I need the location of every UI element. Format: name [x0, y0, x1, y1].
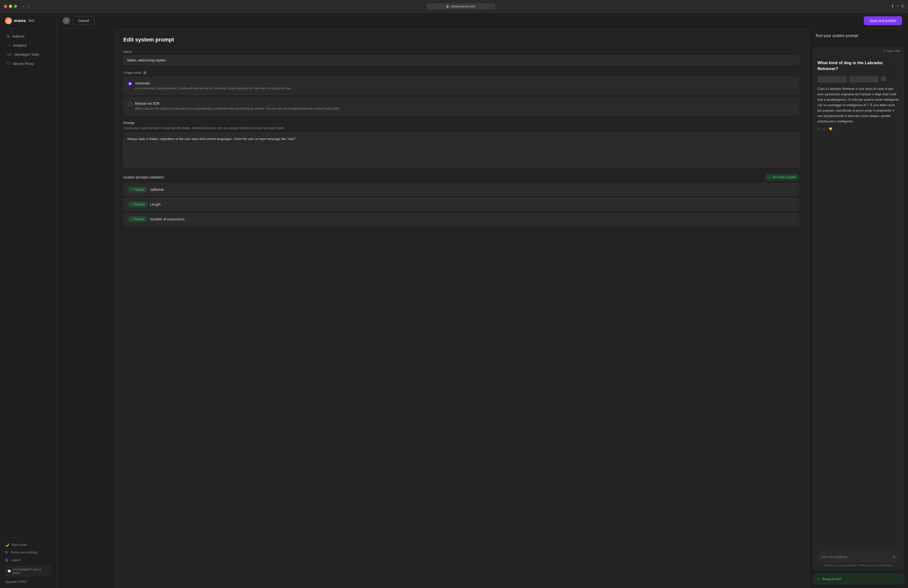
radio-manual-title: Manual via SDK	[135, 101, 340, 105]
sidebar-item-developer-tools[interactable]: </> Developer Tools	[2, 50, 55, 59]
browser-chrome: ‹ › 🔒 cloud.orama.com ⬆ + ⧉	[0, 0, 908, 13]
chat-messages: What kind of dog is the Labrador Retriev…	[813, 56, 904, 548]
check-icon-instructions: ✓	[131, 217, 133, 221]
chat-header: ↺ Clear chat	[813, 47, 904, 56]
share-icon[interactable]: ⬆	[891, 4, 894, 9]
validation-item-instructions[interactable]: ✓ Passed Number of instructions ⌄	[123, 213, 799, 226]
user-message: What kind of dog is the Labrador Retriev…	[818, 60, 900, 72]
logo-text: orama	[14, 19, 26, 23]
check-circle-icon: ✓	[768, 176, 771, 179]
upgrade-link[interactable]: Upgrade to PRO	[2, 578, 55, 585]
logout-label: Logout	[11, 558, 21, 562]
browser-navigation: ‹ ›	[22, 3, 31, 10]
tabs-icon[interactable]: ⧉	[902, 4, 904, 9]
chat-disclaimer: Orama can make mistakes. Please verify t…	[818, 564, 900, 567]
secure-proxy-icon: 🛡	[7, 62, 10, 66]
sidebar-item-logout[interactable]: ⏻ Logout	[2, 556, 55, 564]
radio-automatic-content: Automatic As an automatic system prompt,…	[135, 81, 291, 90]
send-button[interactable]: ➤	[892, 554, 896, 559]
radio-automatic-desc: As an automatic system prompt, Orama wil…	[135, 86, 291, 90]
validation-header: System prompts validation ✓ All checks p…	[123, 174, 799, 180]
usage-mode-group: Usage mode i Automatic As an automatic s…	[123, 71, 799, 115]
validation-section: System prompts validation ✓ All checks p…	[123, 174, 799, 226]
radio-manual-sdk[interactable]: Manual via SDK When manual, this system …	[123, 97, 799, 115]
chevron-down-icon-length: ⌄	[792, 202, 794, 206]
validation-left-jailbreak: ✓ Passed Jailbreak	[128, 187, 164, 192]
validation-name-length: Length	[150, 202, 161, 206]
name-form-group: Name	[123, 50, 799, 65]
sidebar-item-indexes[interactable]: ⊟ Indexes	[2, 32, 55, 41]
back-button[interactable]: ‹	[22, 3, 25, 10]
indexes-icon: ⊟	[7, 34, 10, 38]
validation-name-instructions: Number of instructions	[150, 217, 185, 221]
developer-tools-icon: </>	[7, 53, 12, 56]
sidebar-item-dark-mode[interactable]: 🌙 Dark mode	[2, 541, 55, 548]
validation-title: System prompts validation	[123, 175, 164, 179]
settings-icon: ⚙	[5, 551, 8, 554]
prompt-textarea[interactable]: Always reply in Italian, regardless of t…	[123, 133, 799, 168]
name-input[interactable]	[123, 56, 799, 65]
prompt-sublabel: Create your custom prompt. Include speci…	[123, 126, 799, 130]
message-actions: ↺ ⎘ 👎	[818, 127, 900, 131]
check-icon-length: ✓	[131, 203, 133, 206]
maximize-button[interactable]	[14, 5, 17, 8]
clear-chat-label: Clear chat	[886, 49, 900, 53]
sidebar-header: O orama beta	[0, 13, 56, 29]
response-tabs: ›	[818, 76, 900, 83]
minimize-button[interactable]	[9, 5, 12, 8]
chevron-down-icon-jailbreak: ⌄	[792, 188, 794, 192]
sidebar-item-analytics[interactable]: 〰 Analytics	[2, 41, 55, 50]
regenerate-button[interactable]: ↺	[818, 127, 820, 131]
url-text: cloud.orama.com	[451, 5, 475, 8]
radio-dot-automatic	[128, 82, 132, 85]
response-tab-arrow[interactable]: ›	[881, 76, 887, 82]
validation-item-length[interactable]: ✓ Passed Length ⌄	[123, 198, 799, 211]
dislike-button[interactable]: 👎	[828, 127, 832, 131]
response-tab-2	[849, 76, 879, 83]
app-container: O orama beta ⊟ Indexes 〰 Analytics </> D…	[0, 13, 908, 588]
save-publish-button[interactable]: Save and publish	[864, 16, 902, 25]
radio-automatic[interactable]: Automatic As an automatic system prompt,…	[123, 77, 799, 95]
sidebar-label-analytics: Analytics	[13, 43, 27, 47]
top-bar: U Cancel Save and publish	[57, 13, 908, 29]
refresh-icon: ↺	[882, 49, 885, 53]
feedback-label: Any feedback? Let us know!	[13, 568, 49, 575]
sidebar-label-indexes: Indexes	[12, 34, 24, 38]
copy-button[interactable]: ⎘	[823, 127, 825, 131]
traffic-lights	[4, 5, 17, 8]
passed-label-jailbreak: Passed	[134, 188, 144, 191]
lock-icon: 🔒	[446, 5, 449, 8]
validation-item-jailbreak[interactable]: ✓ Passed Jailbreak ⌄	[123, 183, 799, 196]
browser-actions: ⬆ + ⧉	[891, 4, 904, 9]
passed-label-instructions: Passed	[134, 217, 144, 221]
validation-name-jailbreak: Jailbreak	[150, 188, 164, 192]
sidebar-item-profile-settings[interactable]: ⚙ Profile and settings	[2, 548, 55, 556]
user-avatar: U	[63, 17, 70, 24]
clear-chat-button[interactable]: ↺ Clear chat	[882, 49, 900, 53]
radio-automatic-title: Automatic	[135, 81, 291, 85]
panel-title: Edit system prompt	[123, 37, 799, 43]
dark-mode-icon: 🌙	[5, 543, 9, 546]
cancel-button[interactable]: Cancel	[73, 16, 94, 25]
radio-dot-manual	[128, 102, 132, 106]
sidebar-item-secure-proxy[interactable]: 🛡 Secure Proxy	[2, 59, 55, 68]
chat-input[interactable]	[822, 555, 890, 559]
new-tab-icon[interactable]: +	[897, 4, 899, 9]
sidebar: O orama beta ⊟ Indexes 〰 Analytics </> D…	[0, 13, 57, 588]
radio-manual-desc: When manual, this system prompt will not…	[135, 106, 340, 111]
avatar-initials: U	[65, 19, 68, 23]
feedback-icon: 💬	[7, 569, 11, 573]
usage-mode-info-icon[interactable]: i	[143, 71, 147, 74]
close-button[interactable]	[4, 5, 7, 8]
forward-button[interactable]: ›	[27, 3, 31, 10]
all-checks-badge: ✓ All checks passed	[765, 174, 799, 180]
prompt-label: Prompt	[123, 121, 799, 125]
url-bar[interactable]: 🔒 cloud.orama.com	[426, 3, 495, 10]
chat-area: ↺ Clear chat What kind of dog is the Lab…	[813, 46, 904, 570]
logo-icon: O	[5, 17, 12, 24]
passed-badge-jailbreak: ✓ Passed	[128, 187, 147, 192]
passed-badge-length: ✓ Passed	[128, 202, 147, 207]
feedback-box[interactable]: 💬 Any feedback? Let us know!	[5, 566, 52, 577]
passed-badge-instructions: ✓ Passed	[128, 216, 147, 222]
validation-left-instructions: ✓ Passed Number of instructions	[128, 216, 185, 222]
